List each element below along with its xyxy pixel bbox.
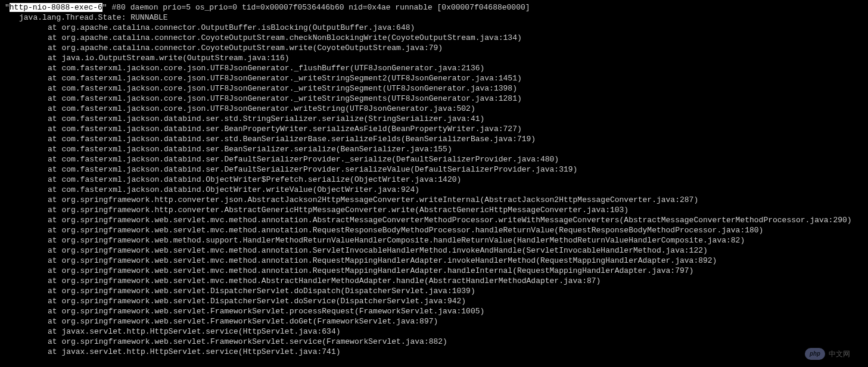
stack-frame: at com.fasterxml.jackson.databind.Object… bbox=[5, 175, 863, 185]
stack-frame: at org.apache.catalina.connector.CoyoteO… bbox=[5, 33, 863, 43]
stack-frame: at com.fasterxml.jackson.databind.ser.st… bbox=[5, 134, 863, 144]
stack-frame: at org.springframework.web.servlet.Frame… bbox=[5, 306, 863, 316]
stack-frame: at com.fasterxml.jackson.core.json.UTF8J… bbox=[5, 83, 863, 94]
stack-frame: at org.springframework.web.servlet.mvc.m… bbox=[5, 245, 863, 256]
stack-frame: at org.springframework.web.servlet.mvc.m… bbox=[5, 266, 863, 276]
stack-frame: at org.springframework.web.servlet.Frame… bbox=[5, 316, 863, 326]
stack-frame: at com.fasterxml.jackson.databind.ser.De… bbox=[5, 154, 863, 164]
stack-frame: at org.springframework.web.servlet.mvc.m… bbox=[5, 215, 863, 225]
stack-frame: at com.fasterxml.jackson.core.json.UTF8J… bbox=[5, 94, 863, 104]
stack-frame: at com.fasterxml.jackson.core.json.UTF8J… bbox=[5, 63, 863, 73]
stack-frame: at javax.servlet.http.HttpServlet.servic… bbox=[5, 347, 863, 357]
stack-frame: at com.fasterxml.jackson.databind.ser.De… bbox=[5, 164, 863, 175]
thread-state: java.lang.Thread.State: RUNNABLE bbox=[5, 13, 863, 23]
stack-frame: at java.io.OutputStream.write(OutputStre… bbox=[5, 53, 863, 63]
thread-header: "http-nio-8088-exec-6" #80 daemon prio=5… bbox=[5, 2, 863, 13]
stack-frame: at org.springframework.web.servlet.mvc.m… bbox=[5, 225, 863, 235]
stack-frame: at org.apache.catalina.connector.OutputB… bbox=[5, 23, 863, 33]
stack-frame: at org.springframework.web.servlet.mvc.m… bbox=[5, 256, 863, 266]
stack-frame: at com.fasterxml.jackson.databind.Object… bbox=[5, 185, 863, 195]
stack-frame: at com.fasterxml.jackson.databind.ser.Be… bbox=[5, 124, 863, 134]
thread-name-highlight: http-nio-8088-exec-6 bbox=[10, 3, 102, 12]
stack-frame: at com.fasterxml.jackson.core.json.UTF8J… bbox=[5, 73, 863, 83]
quote-open: " bbox=[5, 3, 10, 12]
stack-frame: at org.springframework.web.servlet.Frame… bbox=[5, 337, 863, 347]
thread-header-rest: #80 daemon prio=5 os_prio=0 tid=0x00007f… bbox=[107, 3, 530, 12]
stack-frame: at org.apache.catalina.connector.CoyoteO… bbox=[5, 43, 863, 53]
stack-frame: at org.springframework.web.servlet.Dispa… bbox=[5, 286, 863, 296]
stack-frame: at com.fasterxml.jackson.core.json.UTF8J… bbox=[5, 104, 863, 114]
stack-frame: at org.springframework.web.servlet.mvc.m… bbox=[5, 276, 863, 286]
stack-frame: at javax.servlet.http.HttpServlet.servic… bbox=[5, 326, 863, 337]
stack-frame: at org.springframework.web.servlet.Dispa… bbox=[5, 296, 863, 306]
quote-close: " bbox=[102, 3, 107, 12]
stack-trace: at org.apache.catalina.connector.OutputB… bbox=[5, 23, 863, 357]
stack-frame: at org.springframework.http.converter.js… bbox=[5, 195, 863, 205]
stack-frame: at com.fasterxml.jackson.databind.ser.Be… bbox=[5, 144, 863, 154]
stack-frame: at org.springframework.web.method.suppor… bbox=[5, 235, 863, 245]
stack-frame: at org.springframework.http.converter.Ab… bbox=[5, 205, 863, 215]
stack-frame: at com.fasterxml.jackson.databind.ser.st… bbox=[5, 114, 863, 124]
